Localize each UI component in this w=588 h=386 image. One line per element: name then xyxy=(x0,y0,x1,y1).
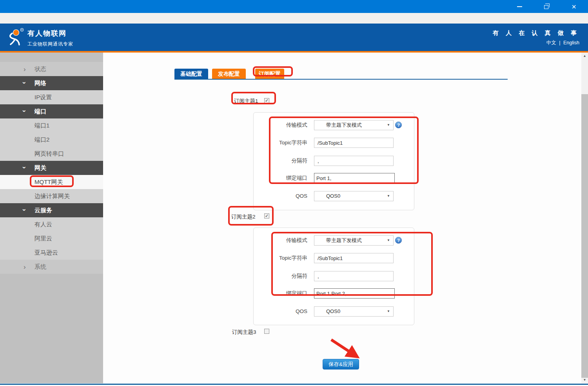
bind-port-input[interactable] xyxy=(314,173,395,183)
sidebar-item-label: 网页转串口 xyxy=(34,150,64,158)
page-header: R 有人物联网 工业物联网通讯专家 有 人 在 认 真 做 事 中文 | Eng… xyxy=(0,24,588,51)
chevron-right-icon: › xyxy=(24,66,26,73)
chevron-down-icon: › xyxy=(21,209,28,211)
minimize-icon xyxy=(517,6,522,7)
dropdown-arrow-icon: ▼ xyxy=(387,307,390,316)
sidebar-item-ports[interactable]: ›端口 xyxy=(0,104,103,118)
sidebar-item-label: 有人云 xyxy=(34,221,52,228)
sidebar-item-label: 端口2 xyxy=(34,136,49,144)
sidebar-item-label: 边缘计算网关 xyxy=(34,193,70,200)
subscribe-topic1-panel: 传输模式 带主题下发模式▼ ? Topic字符串 分隔符 绑定端口 QOS QO… xyxy=(253,112,414,210)
sidebar-item-network[interactable]: ›网络 xyxy=(0,76,103,90)
save-apply-button[interactable]: 保存&应用 xyxy=(323,359,359,370)
sidebar-item-mqtt-gateway[interactable]: MQTT网关 xyxy=(0,175,103,189)
check-icon: ✓ xyxy=(265,214,269,218)
separator-label: 分隔符 xyxy=(254,271,307,281)
transfer-mode-value: 带主题下发模式 xyxy=(326,122,362,128)
close-button[interactable]: × xyxy=(566,0,582,13)
sidebar-nav: ›状态 ›网络 IP设置 ›端口 端口1 端口2 网页转串口 ›网关 MQTT网… xyxy=(0,53,103,383)
subscribe-topic2-checkbox[interactable]: ✓ xyxy=(264,213,269,218)
registered-mark: R xyxy=(21,29,23,31)
chevron-down-icon: › xyxy=(21,166,28,169)
main-content: 基础配置 发布配置 订阅配置 订阅主题1 ✓ 传输模式 带主题下发模式▼ ? T… xyxy=(103,53,581,383)
scrollbar-thumb[interactable] xyxy=(581,94,588,378)
question-mark: ? xyxy=(397,238,400,243)
sidebar-item-cloud-services[interactable]: ›云服务 xyxy=(0,203,103,217)
header-slogan: 有 人 在 认 真 做 事 xyxy=(493,29,579,37)
subscribe-topic1-checkbox[interactable]: ✓ xyxy=(264,98,269,103)
tab-underline xyxy=(174,79,508,80)
subscribe-topic1-label: 订阅主题1 xyxy=(234,98,258,105)
separator-input[interactable] xyxy=(314,156,394,166)
help-icon[interactable]: ? xyxy=(395,237,402,244)
check-icon: ✓ xyxy=(265,98,269,103)
topic-string-label: Topic字符串 xyxy=(254,253,307,263)
sidebar-item-port1[interactable]: 端口1 xyxy=(0,118,103,133)
sidebar-item-gateway[interactable]: ›网关 xyxy=(0,161,103,175)
sidebar-item-amazon-cloud[interactable]: 亚马逊云 xyxy=(0,246,103,260)
sidebar-item-status[interactable]: ›状态 xyxy=(0,62,103,76)
sidebar-item-label: 网络 xyxy=(34,80,46,87)
qos-value: QOS0 xyxy=(326,193,340,199)
sidebar-item-system[interactable]: ›系统 xyxy=(0,260,103,274)
dropdown-arrow-icon: ▼ xyxy=(387,191,390,201)
sidebar-item-label: 亚马逊云 xyxy=(34,249,58,257)
usr-logo-icon: R xyxy=(6,28,25,47)
sidebar-item-ali-cloud[interactable]: 阿里云 xyxy=(0,231,103,246)
sidebar-item-label: 状态 xyxy=(34,66,46,73)
minimize-button[interactable] xyxy=(511,0,528,13)
scroll-down-icon: ▼ xyxy=(583,378,586,382)
sidebar-item-label: 云服务 xyxy=(34,207,52,214)
qos-select[interactable]: QOS0▼ xyxy=(314,191,394,201)
sidebar-item-web-to-serial[interactable]: 网页转串口 xyxy=(0,147,103,161)
qos-label: QOS xyxy=(254,191,307,201)
restore-button[interactable] xyxy=(538,0,554,13)
lang-en-link[interactable]: English xyxy=(563,40,579,46)
sidebar-item-label: 网关 xyxy=(34,164,46,172)
scroll-up-icon: ▲ xyxy=(583,54,586,58)
sidebar-item-port2[interactable]: 端口2 xyxy=(0,133,103,147)
qos-label: QOS xyxy=(254,306,307,317)
transfer-mode-select[interactable]: 带主题下发模式▼ xyxy=(314,120,394,130)
help-icon[interactable]: ? xyxy=(395,122,402,128)
subscribe-topic3-checkbox[interactable] xyxy=(264,329,269,334)
dropdown-arrow-icon: ▼ xyxy=(387,236,390,245)
subscribe-topic2-label: 订阅主题2 xyxy=(231,213,256,220)
sidebar-item-usr-cloud[interactable]: 有人云 xyxy=(0,217,103,231)
separator-input[interactable] xyxy=(314,271,394,281)
bind-port-label: 绑定端口 xyxy=(254,288,307,299)
vertical-scrollbar[interactable]: ▲ ▼ xyxy=(581,53,588,383)
sidebar-item-label: IP设置 xyxy=(34,94,52,101)
qos-value: QOS0 xyxy=(326,308,340,314)
subscribe-topic3-label: 订阅主题3 xyxy=(232,329,256,336)
transfer-mode-label: 传输模式 xyxy=(254,120,307,130)
tab-basic-config[interactable]: 基础配置 xyxy=(174,69,208,79)
sidebar-item-edge-computing-gateway[interactable]: 边缘计算网关 xyxy=(0,189,103,203)
topic-string-input[interactable] xyxy=(314,138,394,148)
chevron-down-icon: › xyxy=(21,82,28,84)
sidebar-item-label: MQTT网关 xyxy=(34,178,63,186)
sidebar-item-ip-settings[interactable]: IP设置 xyxy=(0,90,103,104)
scroll-down-button[interactable]: ▼ xyxy=(581,377,588,383)
lang-separator: | xyxy=(559,40,560,46)
bind-port-input[interactable] xyxy=(314,288,395,299)
browser-chrome-strip xyxy=(0,13,588,24)
bind-port-label: 绑定端口 xyxy=(254,173,307,183)
transfer-mode-value: 带主题下发模式 xyxy=(326,237,362,243)
sidebar-item-label: 系统 xyxy=(34,263,46,271)
close-icon: × xyxy=(572,3,576,11)
scroll-up-button[interactable]: ▲ xyxy=(581,53,588,59)
question-mark: ? xyxy=(397,123,400,127)
brand-title: 有人物联网 xyxy=(27,29,73,38)
tab-subscribe-config[interactable]: 订阅配置 xyxy=(255,69,284,79)
brand-subtitle: 工业物联网通讯专家 xyxy=(27,41,73,47)
lang-zh-link[interactable]: 中文 xyxy=(546,40,556,46)
separator-label: 分隔符 xyxy=(254,156,307,166)
subscribe-topic2-panel: 传输模式 带主题下发模式▼ ? Topic字符串 分隔符 绑定端口 QOS QO… xyxy=(253,228,414,325)
qos-select[interactable]: QOS0▼ xyxy=(314,306,394,317)
topic-string-input[interactable] xyxy=(314,253,394,263)
sidebar-item-label: 端口 xyxy=(34,108,46,115)
dropdown-arrow-icon: ▼ xyxy=(387,120,390,130)
tab-publish-config[interactable]: 发布配置 xyxy=(212,69,246,79)
transfer-mode-select[interactable]: 带主题下发模式▼ xyxy=(314,235,394,246)
